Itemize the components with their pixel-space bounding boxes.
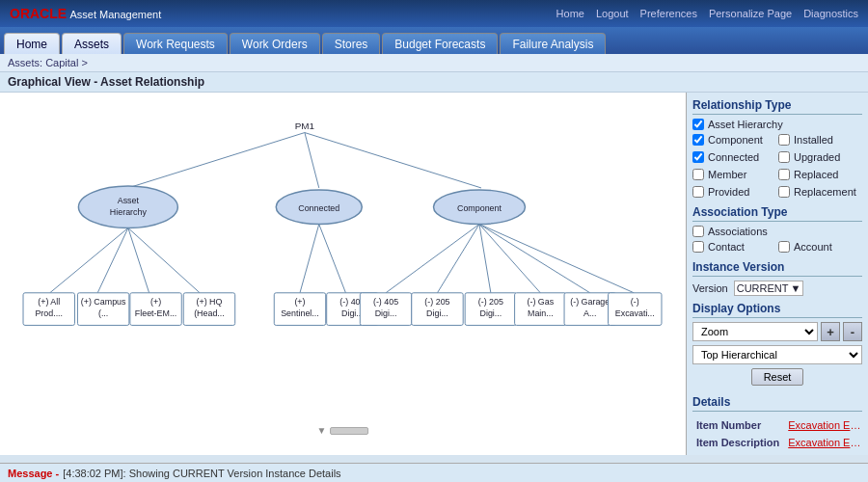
cb-replaced-label: Replaced (794, 169, 838, 180)
status-bar: Message - [4:38:02 PM]: Showing CURRENT … (0, 463, 868, 482)
zoom-select[interactable]: Zoom 50% 75% 100% 150% (692, 322, 818, 341)
version-label: Version (692, 282, 728, 294)
tab-work-orders[interactable]: Work Orders (230, 33, 320, 54)
version-select[interactable]: CURRENT ▼ (734, 281, 804, 296)
zoom-plus-button[interactable]: + (821, 322, 840, 341)
hierarchical-row: Top Hierarchical Left Hierarchical Radia… (692, 345, 862, 364)
logout-link[interactable]: Logout (596, 8, 629, 19)
cb-component-input[interactable] (692, 134, 704, 146)
svg-text:Component: Component (457, 203, 502, 213)
cb-provided-input[interactable] (692, 186, 704, 198)
association-checkboxes: Contact Account (692, 239, 862, 254)
svg-text:(-): (-) (631, 297, 639, 307)
association-type-section: Association Type Associations Contact Ac… (692, 205, 862, 254)
cb-associations[interactable]: Associations (692, 226, 862, 237)
tab-home[interactable]: Home (4, 33, 60, 54)
svg-text:(+): (+) (150, 297, 161, 307)
status-text: [4:38:02 PM]: Showing CURRENT Version In… (63, 468, 340, 479)
hierarchical-select[interactable]: Top Hierarchical Left Hierarchical Radia… (692, 345, 862, 364)
cb-account-label: Account (794, 241, 832, 253)
instance-version-section: Instance Version Version CURRENT ▼ (692, 260, 862, 296)
svg-text:(-) 205: (-) 205 (424, 297, 449, 307)
product-name: Asset Management (69, 9, 161, 20)
item-number-value[interactable]: Excavation Equi (786, 417, 863, 433)
oracle-logo-text: ORACLE (10, 6, 67, 21)
svg-line-30 (479, 225, 634, 293)
cb-component-label: Component (708, 134, 763, 146)
status-label: Message - (8, 468, 59, 479)
version-value: CURRENT (737, 282, 789, 294)
svg-text:Digi...: Digi... (480, 308, 502, 318)
instance-number-label: Instance Number (694, 452, 784, 455)
svg-text:(-) Gas: (-) Gas (527, 297, 554, 307)
cb-contact-input[interactable] (692, 241, 704, 253)
version-row: Version CURRENT ▼ (692, 281, 862, 296)
cb-contact[interactable]: Contact (692, 241, 776, 253)
scroll-bar[interactable] (330, 427, 368, 435)
tab-failure-analysis[interactable]: Failure Analysis (500, 33, 606, 54)
graph-area[interactable]: PM1 Asset Hierarchy Connected Component … (0, 93, 687, 455)
cb-installed-label: Installed (794, 134, 833, 146)
details-section: Details Item Number Excavation Equi Item… (692, 395, 862, 455)
svg-text:Digi...: Digi... (426, 308, 448, 318)
cb-replaced-input[interactable] (778, 169, 790, 180)
diagnostics-link[interactable]: Diagnostics (803, 8, 858, 19)
tab-work-requests[interactable]: Work Requests (123, 33, 228, 54)
tab-assets[interactable]: Assets (62, 33, 122, 54)
svg-line-28 (479, 225, 540, 293)
svg-line-19 (300, 225, 319, 293)
svg-line-0 (128, 133, 305, 188)
cb-connected[interactable]: Connected (692, 151, 776, 163)
zoom-minus-button[interactable]: - (843, 322, 862, 341)
item-description-label: Item Description (694, 435, 784, 450)
cb-component[interactable]: Component (692, 134, 776, 146)
display-options-title: Display Options (692, 302, 862, 318)
reset-button[interactable]: Reset (751, 368, 804, 386)
cb-account[interactable]: Account (778, 241, 862, 253)
home-link[interactable]: Home (556, 8, 584, 19)
cb-associations-input[interactable] (692, 226, 704, 237)
svg-line-8 (97, 228, 128, 293)
cb-provided[interactable]: Provided (692, 186, 776, 198)
main-layout: PM1 Asset Hierarchy Connected Component … (0, 93, 868, 455)
item-description-value[interactable]: Excavation Equi (786, 435, 863, 450)
tab-budget-forecasts[interactable]: Budget Forecasts (382, 33, 498, 54)
version-dropdown-icon: ▼ (790, 282, 800, 294)
tree-svg: PM1 Asset Hierarchy Connected Component … (0, 93, 686, 455)
svg-text:Fleet-EM...: Fleet-EM... (135, 308, 176, 318)
tab-stores[interactable]: Stores (322, 33, 381, 54)
cb-upgraded-input[interactable] (778, 151, 790, 163)
cb-asset-hierarchy[interactable]: Asset Hierarchy (692, 119, 862, 130)
svg-text:(+) All: (+) All (38, 297, 60, 307)
zoom-row: Zoom 50% 75% 100% 150% + - (692, 322, 862, 341)
breadcrumb: Assets: Capital > (0, 54, 868, 72)
cb-upgraded[interactable]: Upgraded (778, 151, 862, 163)
cb-member-input[interactable] (692, 169, 704, 180)
details-row-instance-number: Instance Number Graders (694, 452, 863, 455)
cb-installed-input[interactable] (778, 134, 790, 146)
cb-installed[interactable]: Installed (778, 134, 862, 146)
instance-number-value[interactable]: Graders (786, 452, 863, 455)
personalize-link[interactable]: Personalize Page (709, 8, 792, 19)
nav-tabs: Home Assets Work Requests Work Orders St… (0, 27, 868, 54)
svg-line-25 (386, 225, 479, 293)
item-number-label: Item Number (694, 417, 784, 433)
svg-line-1 (305, 133, 319, 188)
svg-text:(+) HQ: (+) HQ (197, 297, 223, 307)
cb-replaced[interactable]: Replaced (778, 169, 862, 180)
preferences-link[interactable]: Preferences (640, 8, 697, 19)
cb-member[interactable]: Member (692, 169, 776, 180)
breadcrumb-capital[interactable]: Capital (45, 57, 78, 68)
instance-version-title: Instance Version (692, 260, 862, 277)
cb-account-input[interactable] (778, 241, 790, 253)
cb-asset-hierarchy-input[interactable] (692, 119, 704, 130)
cb-asset-hierarchy-label: Asset Hierarchy (708, 119, 783, 130)
svg-text:(+): (+) (294, 297, 305, 307)
cb-connected-input[interactable] (692, 151, 704, 163)
svg-line-20 (319, 225, 346, 293)
breadcrumb-assets[interactable]: Assets (8, 57, 40, 68)
cb-replacement-input[interactable] (778, 186, 790, 198)
cb-replacement[interactable]: Replacement (778, 186, 862, 198)
details-title: Details (692, 395, 862, 412)
cb-replacement-label: Replacement (794, 186, 856, 198)
